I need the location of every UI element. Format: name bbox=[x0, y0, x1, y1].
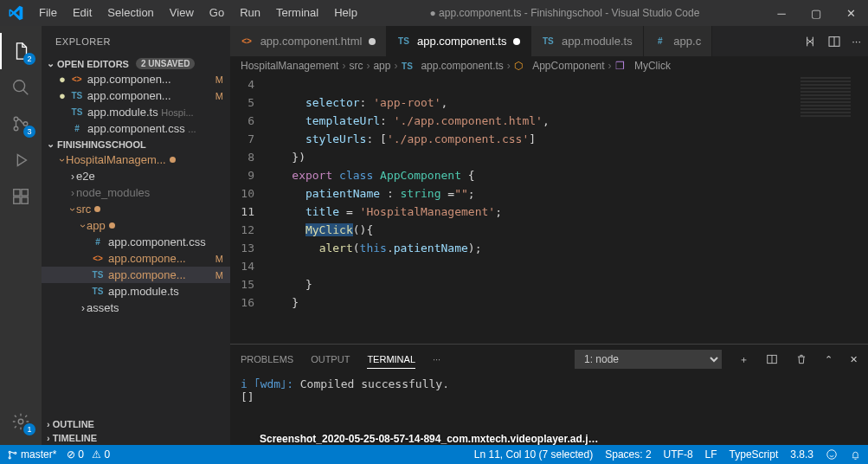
panel-tab-problems[interactable]: PROBLEMS bbox=[241, 351, 293, 368]
file-item[interactable]: TSapp.module.ts bbox=[42, 283, 230, 300]
unsaved-pill: 2 UNSAVED bbox=[136, 58, 196, 69]
new-terminal-icon[interactable]: ＋ bbox=[739, 353, 749, 366]
folder-item[interactable]: assets bbox=[42, 300, 230, 316]
tab-label: app.module.ts bbox=[562, 35, 633, 48]
code-content[interactable]: selector: 'app-root', templateUrl: './ap… bbox=[265, 75, 868, 344]
file-label: app.compone... bbox=[108, 252, 186, 265]
dirty-dot-icon: ● bbox=[59, 73, 66, 86]
file-label: app.component.css bbox=[87, 122, 185, 135]
ts-file-icon: TS bbox=[71, 107, 83, 117]
file-label: app.componen... bbox=[87, 89, 171, 102]
kill-terminal-icon[interactable] bbox=[795, 353, 807, 365]
code-editor[interactable]: 45678910111213141516 selector: 'app-root… bbox=[230, 75, 868, 344]
breadcrumb-item[interactable]: src bbox=[349, 60, 363, 72]
breadcrumb-item[interactable]: app bbox=[373, 60, 390, 72]
menu-run[interactable]: Run bbox=[232, 0, 268, 26]
menu-selection[interactable]: Selection bbox=[100, 0, 161, 26]
activity-debug[interactable] bbox=[0, 142, 42, 178]
tab-app-component-html[interactable]: <> app.component.html bbox=[230, 26, 387, 56]
menu-go[interactable]: Go bbox=[202, 0, 232, 26]
breadcrumb-item[interactable]: MyClick bbox=[634, 60, 671, 72]
tab-app-module-ts[interactable]: TS app.module.ts bbox=[531, 26, 643, 56]
tab-app-c[interactable]: # app.c bbox=[644, 26, 712, 56]
more-icon[interactable]: ··· bbox=[852, 35, 861, 48]
explorer-badge: 2 bbox=[23, 53, 35, 65]
folder-label: HospitalManagem... bbox=[66, 153, 166, 166]
timeline-header[interactable]: ›TIMELINE bbox=[42, 431, 230, 445]
menu-terminal[interactable]: Terminal bbox=[268, 0, 326, 26]
tab-label: app.component.html bbox=[260, 35, 363, 48]
open-editor-item[interactable]: #app.component.css ... bbox=[42, 120, 230, 137]
close-panel-icon[interactable]: ✕ bbox=[850, 354, 858, 365]
settings-badge: 1 bbox=[23, 423, 35, 435]
status-lang[interactable]: TypeScript bbox=[730, 448, 779, 461]
chevron-down-icon: ⌄ bbox=[47, 58, 55, 69]
file-label: app.component.css bbox=[108, 235, 206, 248]
tab-app-component-ts[interactable]: TS app.component.ts bbox=[387, 26, 531, 56]
status-encoding[interactable]: UTF-8 bbox=[664, 448, 693, 461]
modified-indicator: M bbox=[215, 74, 230, 85]
svg-point-16 bbox=[15, 452, 16, 454]
open-editors-label: OPEN EDITORS bbox=[57, 59, 129, 69]
folder-item[interactable]: node_modules bbox=[42, 184, 230, 201]
folder-root[interactable]: HospitalManagem... bbox=[42, 151, 230, 168]
minimap[interactable] bbox=[795, 75, 856, 344]
tab-label: app.c bbox=[673, 35, 701, 48]
open-editor-item[interactable]: TSapp.module.ts Hospi... bbox=[42, 104, 230, 120]
modified-indicator: M bbox=[215, 254, 230, 264]
modified-indicator: M bbox=[215, 270, 230, 280]
compare-icon[interactable] bbox=[803, 35, 817, 48]
menu-file[interactable]: File bbox=[31, 0, 65, 26]
open-editor-item[interactable]: ●TSapp.componen...M bbox=[42, 87, 230, 104]
activity-explorer[interactable]: 2 bbox=[0, 33, 42, 69]
activity-extensions[interactable] bbox=[0, 178, 42, 215]
breadcrumb-item[interactable]: HospitalManagement bbox=[241, 60, 338, 72]
git-dirty-dot-icon bbox=[109, 222, 115, 229]
status-feedback-icon[interactable] bbox=[826, 448, 838, 461]
terminal-select[interactable]: 1: node bbox=[575, 350, 722, 369]
activity-scm[interactable]: 3 bbox=[0, 106, 42, 142]
open-editors-header[interactable]: ⌄ OPEN EDITORS 2 UNSAVED bbox=[42, 56, 230, 71]
status-eol[interactable]: LF bbox=[705, 448, 717, 461]
open-editor-item[interactable]: ●<>app.componen...M bbox=[42, 71, 230, 87]
menu-edit[interactable]: Edit bbox=[65, 0, 100, 26]
close-button[interactable]: ✕ bbox=[833, 0, 868, 26]
status-tsver[interactable]: 3.8.3 bbox=[790, 448, 813, 461]
breadcrumb-item[interactable]: app.component.ts bbox=[421, 60, 503, 72]
split-terminal-icon[interactable] bbox=[766, 353, 778, 365]
menu-help[interactable]: Help bbox=[326, 0, 365, 26]
file-item[interactable]: <>app.compone...M bbox=[42, 250, 230, 267]
outline-header[interactable]: ›OUTLINE bbox=[42, 417, 230, 431]
status-cursor[interactable]: Ln 11, Col 10 (7 selected) bbox=[474, 448, 593, 461]
scm-badge: 3 bbox=[23, 126, 35, 138]
status-bell-icon[interactable] bbox=[850, 449, 861, 461]
panel-tab-more-icon[interactable]: ··· bbox=[433, 354, 440, 364]
minimize-button[interactable]: ─ bbox=[764, 0, 799, 26]
panel-tab-terminal[interactable]: TERMINAL bbox=[367, 351, 415, 369]
file-item[interactable]: #app.component.css bbox=[42, 234, 230, 250]
maximize-button[interactable]: ▢ bbox=[799, 0, 833, 26]
svg-point-17 bbox=[827, 450, 837, 460]
folder-src[interactable]: src bbox=[42, 201, 230, 217]
activity-settings[interactable]: 1 bbox=[0, 403, 42, 440]
menu-view[interactable]: View bbox=[162, 0, 202, 26]
project-header[interactable]: ⌄ FINISHINGSCHOOL bbox=[42, 137, 230, 151]
breadcrumb[interactable]: HospitalManagement› src› app› TSapp.comp… bbox=[230, 56, 868, 75]
activity-search[interactable] bbox=[0, 69, 42, 106]
status-branch[interactable]: master* bbox=[7, 448, 56, 461]
timeline-label: TIMELINE bbox=[53, 433, 97, 443]
status-problems[interactable]: ⊘0 ⚠0 bbox=[67, 448, 110, 461]
split-editor-icon[interactable] bbox=[827, 35, 841, 48]
folder-app[interactable]: app bbox=[42, 217, 230, 234]
panel-tab-output[interactable]: OUTPUT bbox=[311, 351, 350, 368]
status-spaces[interactable]: Spaces: 2 bbox=[605, 448, 651, 461]
chevron-down-icon: ⌄ bbox=[47, 139, 55, 150]
overlay-caption: Screenshot_2020-05-25-08-57-14-894_com.m… bbox=[260, 433, 599, 445]
folder-item[interactable]: e2e bbox=[42, 168, 230, 184]
main-menu: File Edit Selection View Go Run Terminal… bbox=[31, 0, 365, 26]
window-title: ● app.component.ts - Finishingschool - V… bbox=[365, 7, 764, 19]
maximize-panel-icon[interactable]: ⌃ bbox=[825, 354, 833, 365]
file-item[interactable]: TSapp.compone...M bbox=[42, 267, 230, 283]
html-file-icon: <> bbox=[71, 74, 83, 84]
breadcrumb-item[interactable]: AppComponent bbox=[532, 60, 604, 72]
